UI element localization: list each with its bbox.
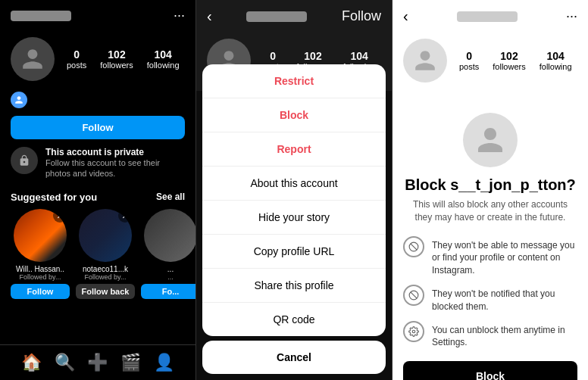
report-menu-item[interactable]: Report — [202, 132, 386, 167]
close-suggested-2[interactable]: × — [118, 209, 132, 223]
block-posts-count: 0 — [466, 50, 472, 62]
search-icon[interactable]: 🔍 — [55, 353, 75, 372]
menu-sheet: Restrict Block Report About this account… — [202, 64, 386, 336]
block-following-stat: 104 following — [540, 50, 572, 71]
overlay-following-count: 104 — [350, 50, 368, 62]
suggested-name-1: Will.. Hassan.. — [11, 265, 70, 273]
followers-label: followers — [100, 61, 133, 70]
block-stats-row: 0 posts 102 followers 104 following — [459, 50, 572, 71]
follow-button[interactable]: Follow — [11, 116, 185, 139]
posts-stat: 0 posts — [67, 48, 86, 70]
cancel-button[interactable]: Cancel — [202, 341, 386, 374]
about-account-menu-item[interactable]: About this account — [202, 167, 386, 201]
suggested-name-2: notaeco11...k — [76, 265, 135, 273]
more-options-icon[interactable]: ··· — [174, 8, 185, 23]
lock-svg — [18, 154, 30, 167]
block-feature-2: They won't be notified that you blocked … — [403, 285, 577, 313]
suggested-avatar-1: × — [14, 209, 67, 262]
suggested-header: Suggested for you See all — [0, 187, 195, 209]
person-svg — [14, 95, 23, 104]
no-message-icon — [403, 236, 424, 257]
block-feature-text-1: They won't be able to message you or fin… — [432, 236, 577, 277]
block-large-avatar — [463, 113, 518, 167]
block-followers-stat: 102 followers — [493, 50, 525, 71]
block-feature-3: You can unblock them anytime in Settings… — [403, 321, 577, 350]
following-count: 104 — [154, 48, 171, 61]
restrict-menu-item[interactable]: Restrict — [202, 64, 386, 98]
suggested-avatar-3 — [144, 209, 195, 262]
overlay-header: ‹ Follow — [196, 0, 392, 33]
reels-icon[interactable]: 🎬 — [120, 353, 141, 372]
followers-stat: 102 followers — [100, 48, 133, 70]
following-label: following — [147, 61, 180, 70]
suggested-item-2: × notaeco11...k Followed by... Follow ba… — [76, 209, 135, 299]
profile-panel: ··· 0 posts 102 followers 104 following — [0, 0, 196, 380]
block-features-list: They won't be able to message you or fin… — [403, 236, 577, 350]
block-profile-section: 0 posts 102 followers 104 following — [393, 33, 588, 90]
block-feature-1: They won't be able to message you or fin… — [403, 236, 577, 277]
block-title: Block s__t_jon_p_tton? — [403, 176, 577, 194]
overlay-followers-count: 102 — [304, 50, 321, 62]
suggested-sub-1: Followed by... — [20, 273, 61, 281]
private-description: Follow this account to see their photos … — [45, 157, 185, 179]
private-account-notice: This account is private Follow this acco… — [11, 147, 185, 179]
profile-username — [11, 11, 71, 21]
block-small-avatar — [403, 39, 447, 83]
suggested-item-3: ... ... Fo... — [141, 209, 195, 299]
share-profile-menu-item[interactable]: Share this profile — [202, 269, 386, 303]
suggested-name-3: ... — [141, 265, 195, 273]
avatar-icon — [20, 47, 45, 71]
avatar — [11, 37, 55, 81]
suggested-avatar-2: × — [79, 209, 132, 262]
lock-icon — [11, 147, 38, 174]
hide-story-menu-item[interactable]: Hide your story — [202, 201, 386, 235]
cancel-sheet: Cancel — [202, 341, 386, 374]
overlay-more-icon[interactable]: Follow — [342, 8, 381, 24]
block-more-icon[interactable]: ··· — [566, 8, 577, 24]
block-content: Block s__t_jon_p_tton? This will also bl… — [393, 101, 588, 380]
back-arrow-icon[interactable]: ‹ — [207, 8, 212, 25]
suggested-follow-btn-1[interactable]: Follow — [11, 284, 70, 299]
block-menu-item[interactable]: Block — [202, 98, 386, 132]
block-posts-label: posts — [459, 62, 479, 71]
block-subtitle: This will also block any other accounts … — [403, 198, 577, 224]
suggested-list: × Will.. Hassan.. Followed by... Follow … — [0, 209, 195, 299]
block-following-label: following — [540, 62, 572, 71]
qr-code-menu-item[interactable]: QR code — [202, 303, 386, 336]
suggested-item-1: × Will.. Hassan.. Followed by... Follow — [11, 209, 70, 299]
block-feature-text-3: You can unblock them anytime in Settings… — [432, 321, 577, 350]
see-all-button[interactable]: See all — [156, 192, 185, 202]
block-following-count: 104 — [546, 50, 564, 62]
block-feature-text-2: They won't be notified that you blocked … — [432, 285, 577, 313]
create-icon[interactable]: ➕ — [87, 353, 108, 372]
stats-row: 0 posts 102 followers 104 following — [67, 48, 185, 70]
followers-count: 102 — [108, 48, 125, 61]
close-suggested-1[interactable]: × — [53, 209, 67, 223]
block-username — [457, 11, 518, 22]
profile-stats-section: 0 posts 102 followers 104 following — [0, 31, 195, 89]
home-icon[interactable]: 🏠 — [21, 353, 42, 372]
menu-overlay-panel: ‹ Follow 0 posts 102 followers — [196, 0, 393, 380]
block-posts-stat: 0 posts — [459, 50, 479, 71]
copy-url-menu-item[interactable]: Copy profile URL — [202, 235, 386, 269]
no-notify-icon — [403, 285, 424, 306]
svg-point-4 — [412, 330, 415, 333]
profile-header: ··· — [0, 0, 195, 31]
posts-count: 0 — [74, 48, 80, 61]
private-title: This account is private — [45, 147, 185, 157]
suggested-followback-btn-2[interactable]: Follow back — [76, 284, 135, 299]
suggested-follow-btn-3[interactable]: Fo... — [141, 284, 195, 299]
svg-line-3 — [411, 292, 417, 298]
svg-line-1 — [411, 243, 417, 249]
person-icon — [11, 92, 27, 108]
suggested-sub-3: ... — [167, 273, 174, 281]
block-avatar-icon — [413, 48, 437, 73]
block-back-arrow-icon[interactable]: ‹ — [403, 8, 408, 25]
block-large-avatar-icon — [475, 125, 505, 155]
person-icon-row — [0, 89, 195, 113]
block-action-button[interactable]: Block — [403, 361, 577, 380]
profile-icon[interactable]: 👤 — [154, 353, 174, 372]
block-confirmation-panel: ‹ ··· 0 posts 102 followers 104 followin… — [393, 0, 588, 380]
overlay-posts-count: 0 — [270, 50, 276, 62]
suggested-sub-2: Followed by... — [85, 273, 127, 281]
